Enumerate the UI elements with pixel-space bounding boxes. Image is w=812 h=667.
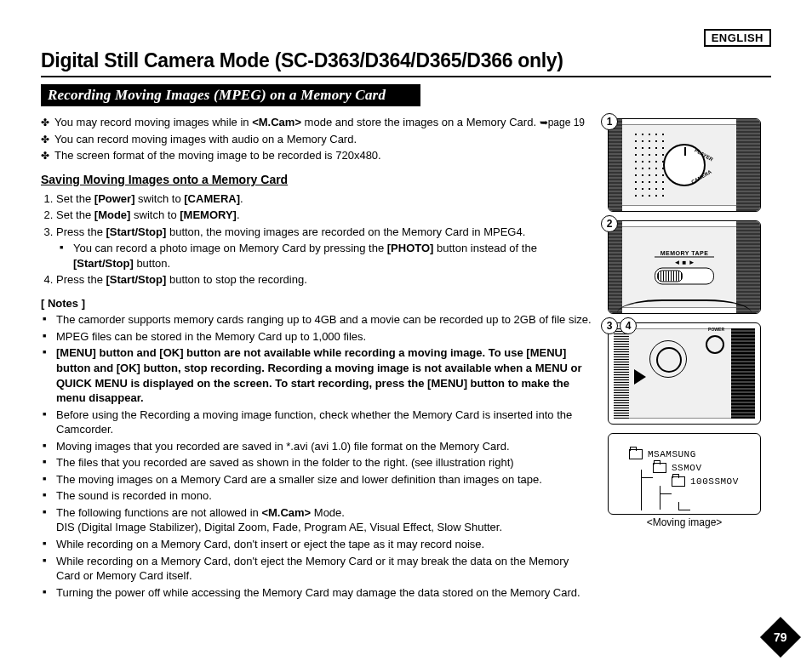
illus-mode-switch: MEMORY TAPE ◄ ■ ►	[608, 220, 761, 314]
step-badge-1: 1	[601, 113, 618, 130]
step-4: Press the [Start/Stop] button to stop th…	[56, 272, 592, 288]
sub-heading: Saving Moving Images onto a Memory Card	[41, 172, 592, 188]
page-number: 79	[774, 630, 787, 644]
note-item: The sound is recorded in mono.	[56, 488, 592, 504]
illustration-column: 1 PLAYER CAMERA 2 MEMORY	[608, 118, 771, 601]
mode-arrows: ◄ ■ ►	[655, 259, 714, 266]
folder-leaf: 100SSMOV	[690, 476, 739, 487]
manual-page: ENGLISH Digital Still Camera Mode (SC-D3…	[0, 0, 812, 667]
text-column: You may record moving images while in <M…	[41, 115, 592, 601]
intro-list: You may record moving images while in <M…	[41, 115, 592, 163]
t: mode and store the images on a Memory Ca…	[301, 116, 540, 128]
folder-icon	[672, 476, 685, 487]
note-item: [MENU] button and [OK] button are not av…	[56, 345, 592, 405]
note-item: Turning the power off while accessing th…	[56, 585, 592, 601]
intro-item: You may record moving images while in <M…	[54, 115, 592, 130]
illus-power-switch: PLAYER CAMERA	[608, 118, 761, 212]
intro-item: The screen format of the moving image to…	[54, 148, 592, 163]
t: The screen format of the moving image to…	[54, 149, 381, 162]
note-item: While recording on a Memory Card, don't …	[56, 554, 592, 584]
language-label: ENGLISH	[704, 29, 771, 47]
step-badge-2: 2	[601, 215, 618, 232]
page-number-badge: 79	[760, 617, 801, 658]
note-item: The moving images on a Memory Card are a…	[56, 472, 592, 487]
t: <M.Cam>	[252, 116, 301, 128]
play-icon	[634, 369, 646, 385]
folder-icon	[653, 463, 666, 473]
title-rule	[41, 76, 771, 77]
note-item: While recording on a Memory Card, don't …	[56, 537, 592, 552]
illus-1-wrap: 1 PLAYER CAMERA	[608, 118, 761, 212]
note-item: Moving images that you recorded are save…	[56, 439, 592, 454]
illus-folder-tree: MSAMSUNG SSMOV 100SSMOV	[608, 433, 761, 515]
step-badge-3: 3	[601, 317, 618, 334]
t: You may record moving images while in	[54, 116, 252, 128]
illus-3-wrap: 3 4 POWER	[608, 322, 761, 425]
folder-root: MSAMSUNG	[648, 449, 696, 459]
intro-item: You can record moving images with audio …	[54, 132, 592, 147]
notes-list: The camorder supports memory cards rangi…	[41, 312, 592, 600]
illus-start-stop: POWER	[608, 322, 761, 425]
step-3: Press the [Start/Stop] button, the movin…	[56, 225, 592, 271]
content-row: You may record moving images while in <M…	[41, 115, 771, 601]
note-item: The files that you recorded are saved as…	[56, 455, 592, 470]
note-item: The following functions are not allowed …	[56, 505, 592, 535]
steps-list: Set the [Power] switch to [CAMERA]. Set …	[41, 191, 592, 288]
note-item: The camorder supports memory cards rangi…	[56, 312, 592, 328]
folder-sub: SSMOV	[672, 463, 702, 473]
notes-heading: [ Notes ]	[41, 296, 592, 311]
step-1: Set the [Power] switch to [CAMERA].	[56, 191, 592, 207]
step-3-sub: You can record a photo image on Memory C…	[56, 241, 592, 271]
note-item: Before using the Recording a moving imag…	[56, 408, 592, 437]
folder-icon	[629, 449, 643, 459]
power-label: POWER	[708, 327, 724, 332]
illus-4-wrap: MSAMSUNG SSMOV 100SSMOV <Moving image>	[608, 433, 761, 528]
t: You can record moving images with audio …	[54, 133, 357, 145]
mode-label: MEMORY TAPE	[655, 250, 714, 258]
illus-caption: <Moving image>	[608, 516, 761, 528]
step-badge-4: 4	[620, 317, 637, 334]
illus-2-wrap: 2 MEMORY TAPE ◄ ■ ►	[608, 220, 761, 314]
page-ref: ➥page 19	[540, 117, 585, 128]
note-item: MPEG files can be stored in the Memory C…	[56, 329, 592, 345]
page-title: Digital Still Camera Mode (SC-D363/D364/…	[41, 49, 771, 72]
section-heading: Recording Moving Images (MPEG) on a Memo…	[41, 84, 420, 106]
step-2: Set the [Mode] switch to [MEMORY].	[56, 208, 592, 223]
